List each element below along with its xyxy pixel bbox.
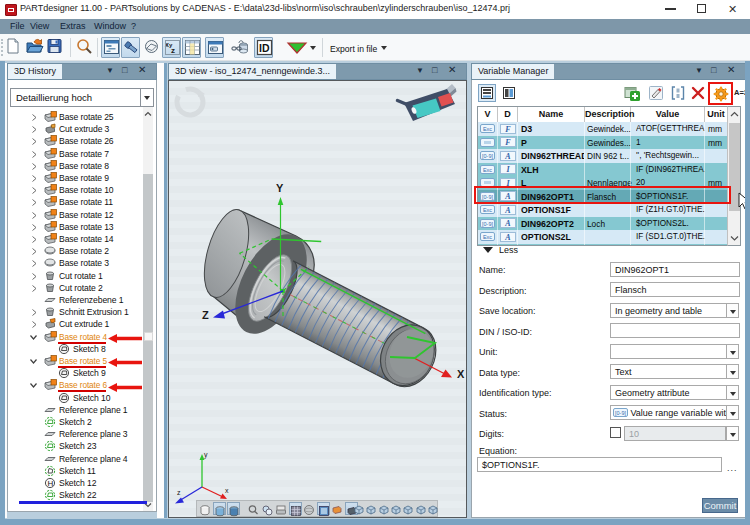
svg-text:Y: Y <box>276 182 284 194</box>
svg-text:y: y <box>204 451 208 459</box>
svg-text:z: z <box>171 46 175 55</box>
svg-text:Z: Z <box>202 309 209 321</box>
svg-text:X: X <box>457 368 465 380</box>
svg-text:x: x <box>225 487 229 494</box>
svg-text:ID: ID <box>259 42 270 54</box>
svg-text:z: z <box>177 489 181 496</box>
